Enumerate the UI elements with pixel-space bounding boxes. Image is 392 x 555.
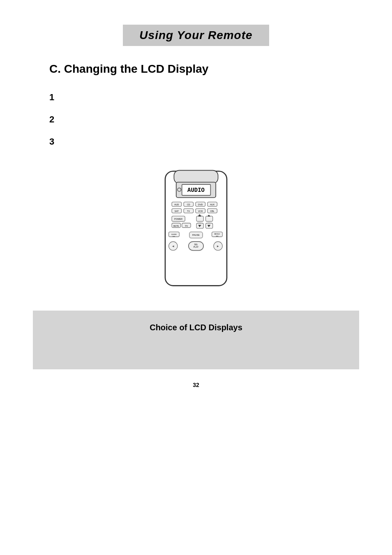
header-title: Using Your Remote [139, 29, 252, 41]
step-text-1 [70, 92, 343, 103]
step-number-2: 2 [49, 114, 70, 125]
step-number-3: 3 [49, 136, 70, 147]
svg-text:SEL: SEL [194, 244, 198, 246]
svg-text:AUX: AUX [210, 203, 214, 206]
svg-text:▸: ▸ [217, 244, 219, 248]
svg-text:T/V: T/V [185, 225, 188, 227]
step-2: 2 [49, 114, 343, 125]
svg-text:GUIDE: GUIDE [171, 233, 177, 235]
info-box-title: Choice of LCD Displays [49, 323, 343, 332]
step-number-1: 1 [49, 92, 70, 103]
svg-text:DVD: DVD [198, 203, 203, 206]
step-3: 3 [49, 136, 343, 147]
svg-rect-24 [196, 216, 203, 221]
header-banner: Using Your Remote [123, 25, 269, 46]
info-box: Choice of LCD Displays [33, 311, 359, 369]
svg-text:⊲⊲: ⊲⊲ [216, 235, 218, 237]
svg-rect-1 [174, 170, 218, 184]
svg-text:VCR: VCR [198, 210, 203, 212]
lcd-display-text: AUDIO [187, 187, 205, 193]
remote-illustration: AUDIO AUD CD DVD AUX SAT TV VCR [151, 167, 241, 290]
svg-text:TV: TV [187, 210, 190, 212]
section-title: C. Changing the LCD Display [49, 62, 208, 76]
svg-text:CBL: CBL [210, 210, 214, 212]
svg-text:⊳⊳: ⊳⊳ [173, 236, 175, 237]
page: Using Your Remote C. Changing the LCD Di… [0, 0, 392, 555]
svg-rect-26 [206, 216, 213, 221]
step-1: 1 [49, 92, 343, 103]
svg-text:PAUSE: PAUSE [192, 234, 200, 236]
svg-text:SAT: SAT [175, 210, 179, 212]
remote-container: AUDIO AUD CD DVD AUX SAT TV VCR [49, 167, 343, 290]
svg-text:◂: ◂ [172, 244, 174, 248]
page-number-text: 32 [193, 382, 199, 388]
svg-text:MENU/: MENU/ [214, 233, 221, 235]
svg-text:CD: CD [187, 203, 190, 206]
step-text-3 [70, 136, 343, 147]
svg-text:PLAY: PLAY [194, 246, 199, 248]
page-number: 32 [33, 382, 359, 388]
svg-text:AUD: AUD [174, 203, 179, 206]
content-area: 1 2 3 AUDIO [33, 92, 359, 306]
svg-text:MUTE: MUTE [173, 225, 179, 227]
svg-text:POWER: POWER [174, 218, 182, 220]
step-text-2 [70, 114, 343, 125]
